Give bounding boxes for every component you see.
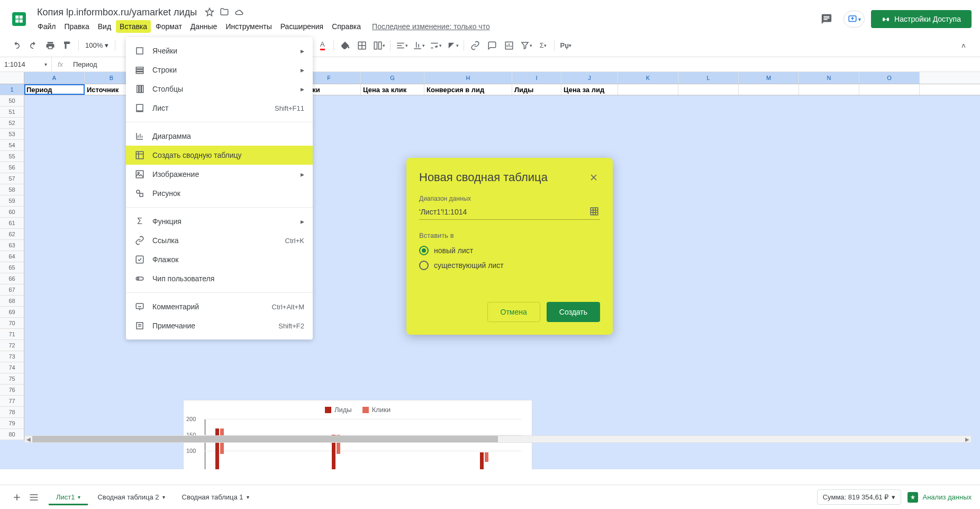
text-color-button[interactable]: A <box>314 38 330 53</box>
header-cell[interactable] <box>799 84 859 95</box>
menu-insert[interactable]: Вставка <box>116 20 151 33</box>
column-header[interactable]: O <box>859 72 920 84</box>
header-cell[interactable]: Конверсия в лид <box>424 84 512 95</box>
scroll-right[interactable]: ▶ <box>964 436 971 442</box>
header-cell[interactable] <box>618 84 678 95</box>
row-header[interactable]: 57 <box>0 173 24 184</box>
wrap-button[interactable]: ▾ <box>428 38 443 53</box>
column-header[interactable]: I <box>512 72 561 84</box>
print-button[interactable] <box>42 38 58 53</box>
menu-item-note[interactable]: ПримечаниеShift+F2 <box>126 316 313 335</box>
row-header[interactable]: 55 <box>0 151 24 162</box>
column-header[interactable]: H <box>424 72 512 84</box>
row-header[interactable]: 66 <box>0 273 24 284</box>
last-edit[interactable]: Последнее изменение: только что <box>372 22 490 31</box>
zoom-select[interactable]: 100% ▾ <box>82 41 112 49</box>
row-header[interactable]: 70 <box>0 318 24 329</box>
column-header[interactable]: G <box>361 72 424 84</box>
move-icon[interactable] <box>219 7 230 17</box>
column-header[interactable]: N <box>799 72 859 84</box>
select-all-corner[interactable] <box>0 72 24 84</box>
row-header[interactable]: 76 <box>0 385 24 396</box>
menu-item-sigma[interactable]: ΣФункция▸ <box>126 212 313 231</box>
column-header[interactable]: K <box>618 72 678 84</box>
all-sheets-button[interactable] <box>25 489 42 506</box>
row-header[interactable]: 67 <box>0 284 24 296</box>
scroll-left[interactable]: ◀ <box>25 436 32 442</box>
row-header[interactable]: 73 <box>0 351 24 362</box>
row-header[interactable]: 68 <box>0 296 24 307</box>
sheet-tab[interactable]: Лист1 ▾ <box>49 489 88 505</box>
header-cell[interactable] <box>739 84 799 95</box>
merge-button[interactable]: ▾ <box>371 38 387 53</box>
row-header[interactable]: 52 <box>0 118 24 129</box>
row-header[interactable]: 59 <box>0 195 24 207</box>
rotate-button[interactable]: ▾ <box>444 38 460 53</box>
column-header[interactable]: A <box>24 72 85 84</box>
row-header[interactable]: 72 <box>0 340 24 351</box>
functions-button[interactable]: Σ▾ <box>535 38 551 53</box>
menu-item-check[interactable]: Флажок <box>126 250 313 269</box>
range-input[interactable] <box>419 208 589 216</box>
row-header[interactable]: 65 <box>0 262 24 273</box>
menu-item-chart[interactable]: Диаграмма <box>126 127 313 146</box>
cancel-button[interactable]: Отмена <box>487 302 540 322</box>
link-button[interactable] <box>467 38 483 53</box>
document-title[interactable]: Копия lp.informbox.ru/yamarket лиды <box>34 6 200 19</box>
header-cell[interactable]: Период <box>24 84 85 95</box>
row-header[interactable]: 79 <box>0 418 24 429</box>
borders-button[interactable] <box>354 38 370 53</box>
menu-item-rows[interactable]: Строки▸ <box>126 60 313 79</box>
row-header[interactable]: 80 <box>0 429 24 440</box>
menu-data[interactable]: Данные <box>187 20 221 33</box>
valign-button[interactable]: ▾ <box>411 38 427 53</box>
column-header[interactable]: J <box>561 72 618 84</box>
row-header[interactable]: 64 <box>0 251 24 262</box>
row-header[interactable]: 51 <box>0 106 24 118</box>
row-header[interactable]: 56 <box>0 162 24 173</box>
row-header[interactable]: 50 <box>0 95 24 106</box>
menu-view[interactable]: Вид <box>94 20 115 33</box>
embedded-chart[interactable]: Лиды Клики 200150100 <box>183 400 532 469</box>
row-header[interactable]: 63 <box>0 240 24 251</box>
menu-item-image[interactable]: Изображение▸ <box>126 165 313 184</box>
header-cell[interactable]: Лиды <box>512 84 561 95</box>
present-button[interactable]: ▾ <box>843 11 865 28</box>
menu-item-drawing[interactable]: Рисунок <box>126 184 313 203</box>
row-header[interactable]: 58 <box>0 184 24 195</box>
filter-button[interactable]: ▾ <box>518 38 534 53</box>
menu-item-pivot[interactable]: Создать сводную таблицу <box>126 146 313 165</box>
comments-icon[interactable] <box>816 8 837 30</box>
name-box[interactable]: 1:1014▾ <box>0 57 52 72</box>
menu-format[interactable]: Формат <box>152 20 186 33</box>
close-icon[interactable] <box>587 171 600 184</box>
menu-tools[interactable]: Инструменты <box>222 20 275 33</box>
row-header[interactable]: 74 <box>0 362 24 373</box>
select-range-icon[interactable] <box>589 207 600 217</box>
add-sheet-button[interactable] <box>8 489 25 506</box>
header-cell[interactable]: Цена за лид <box>561 84 618 95</box>
scroll-thumb[interactable] <box>32 436 498 442</box>
menu-item-link[interactable]: СсылкаCtrl+K <box>126 231 313 250</box>
menu-item-chip[interactable]: Чип пользователя <box>126 269 313 288</box>
menu-item-comment[interactable]: КомментарийCtrl+Alt+M <box>126 297 313 316</box>
radio-new-sheet[interactable]: новый лист <box>419 246 600 255</box>
app-logo[interactable] <box>8 8 30 30</box>
menu-item-cell[interactable]: Ячейки▸ <box>126 41 313 60</box>
insert-chart-button[interactable] <box>501 38 517 53</box>
menu-item-cols[interactable]: Столбцы▸ <box>126 79 313 99</box>
radio-existing-sheet[interactable]: существующий лист <box>419 261 600 270</box>
header-cell[interactable] <box>859 84 920 95</box>
collapse-toolbar[interactable]: ʌ <box>956 38 972 53</box>
row-header[interactable]: 60 <box>0 207 24 218</box>
addon-button[interactable]: Рџ ▾ <box>558 38 574 53</box>
sum-display[interactable]: Сумма: 819 354,61 ₽ ▾ <box>817 489 902 505</box>
paint-format-button[interactable] <box>59 38 75 53</box>
row-header[interactable]: 75 <box>0 373 24 385</box>
menu-edit[interactable]: Правка <box>60 20 93 33</box>
horizontal-scrollbar[interactable]: ◀ ▶ <box>24 435 972 443</box>
undo-button[interactable] <box>8 38 24 53</box>
menu-file[interactable]: Файл <box>34 20 59 33</box>
comment-button[interactable] <box>484 38 500 53</box>
row-header[interactable]: 53 <box>0 129 24 140</box>
